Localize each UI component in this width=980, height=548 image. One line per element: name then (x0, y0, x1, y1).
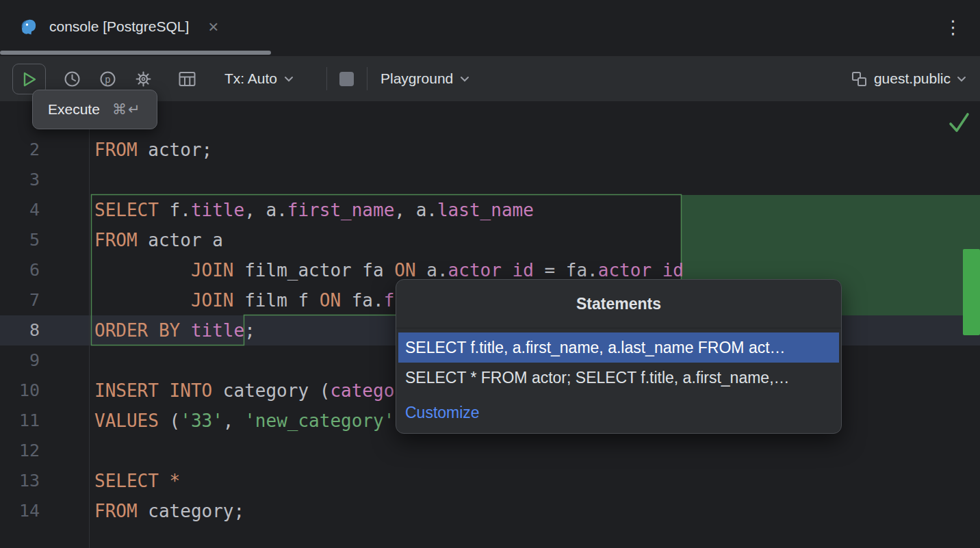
schema-selector-dropdown[interactable]: guest.public (851, 56, 966, 101)
schema-label: guest.public (874, 70, 951, 87)
popup-title: Statements (396, 280, 841, 328)
tooltip-shortcut: ⌘↵ (112, 101, 142, 118)
tab-console[interactable]: console [PostgreSQL] × (11, 0, 225, 53)
parameters-button[interactable]: p (96, 67, 119, 90)
datagrip-console-window: console [PostgreSQL] × ⋮ p (0, 0, 980, 548)
table-icon (178, 70, 196, 88)
line-number: 6 (0, 255, 40, 285)
session-label: Playground (381, 70, 453, 87)
schema-icon (851, 70, 868, 88)
line-number: 7 (0, 285, 40, 315)
clock-icon (63, 70, 81, 88)
tooltip-label: Execute (48, 101, 100, 118)
tx-mode-dropdown[interactable]: Tx: Auto (224, 56, 294, 101)
line-number: 13 (0, 466, 40, 496)
line-number: 9 (0, 345, 40, 376)
toolbar-separator (367, 67, 368, 90)
chevron-down-icon (957, 76, 966, 82)
svg-text:p: p (105, 73, 110, 84)
chevron-down-icon (460, 76, 469, 82)
code-line[interactable]: FROM category; (94, 496, 244, 526)
code-line[interactable]: JOIN film f ON fa.f (94, 285, 394, 315)
line-number: 10 (0, 376, 40, 406)
gutter-separator (89, 101, 90, 548)
chevron-down-icon (284, 76, 294, 82)
statements-popup: Statements SELECT f.title, a.first_name,… (396, 279, 842, 434)
history-button[interactable] (60, 67, 83, 90)
line-number: 4 (0, 195, 40, 225)
statement-item[interactable]: SELECT f.title, a.first_name, a.last_nam… (398, 332, 839, 363)
customize-link[interactable]: Customize (396, 404, 841, 422)
line-number: 5 (0, 225, 40, 255)
code-line[interactable]: INSERT INTO category (catego (94, 376, 394, 406)
line-number: 14 (0, 496, 40, 526)
run-icon (22, 71, 37, 88)
gear-icon (134, 70, 153, 88)
line-number: 3 (0, 165, 40, 195)
tab-bar: console [PostgreSQL] × ⋮ (0, 0, 980, 56)
line-number: 2 (0, 135, 40, 165)
statements-list: SELECT f.title, a.first_name, a.last_nam… (396, 328, 841, 393)
tx-mode-label: Tx: Auto (224, 70, 277, 87)
code-line[interactable]: FROM actor a (94, 225, 223, 255)
code-line[interactable]: ORDER BY title; (94, 315, 255, 345)
tab-title: console [PostgreSQL] (49, 18, 189, 35)
tab-close-icon[interactable]: × (208, 18, 218, 36)
line-number: 8 (0, 315, 40, 345)
output-table-button[interactable] (175, 67, 198, 90)
code-line[interactable]: VALUES ('33', 'new_category' (94, 406, 394, 436)
statement-item[interactable]: SELECT * FROM actor; SELECT f.title, a.f… (398, 363, 839, 393)
execute-tooltip: Execute ⌘↵ (32, 90, 157, 129)
parameter-p-icon: p (99, 70, 117, 88)
session-dropdown[interactable]: Playground (381, 56, 469, 101)
line-number: 11 (0, 406, 40, 436)
settings-button[interactable] (131, 67, 155, 90)
postgresql-icon (18, 16, 40, 38)
more-options-icon[interactable]: ⋮ (944, 16, 962, 38)
code-line[interactable]: SELECT f.title, a.first_name, a.last_nam… (94, 195, 534, 225)
toolbar-separator (326, 67, 327, 90)
code-line[interactable]: SELECT * (94, 466, 180, 496)
stop-button[interactable] (339, 72, 354, 86)
code-line[interactable]: FROM actor; (94, 135, 212, 165)
tab-scroll-indicator[interactable] (0, 51, 271, 55)
line-number: 12 (0, 436, 40, 466)
